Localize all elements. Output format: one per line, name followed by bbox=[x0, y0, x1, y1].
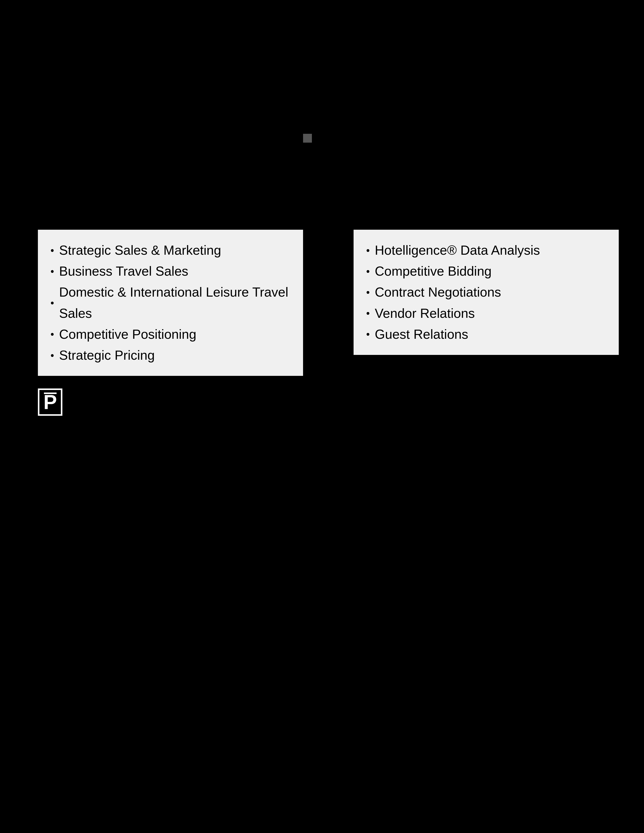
middle-section: Strategic Sales & Marketing Business Tra… bbox=[0, 222, 644, 383]
left-skill-box: Strategic Sales & Marketing Business Tra… bbox=[38, 230, 303, 376]
bottom-section bbox=[0, 421, 644, 833]
list-item: Strategic Sales & Marketing bbox=[50, 240, 290, 261]
list-item: Hotelligence® Data Analysis bbox=[366, 240, 606, 261]
list-item: Strategic Pricing bbox=[50, 345, 290, 366]
page-container: Strategic Sales & Marketing Business Tra… bbox=[0, 0, 644, 833]
small-indicator bbox=[303, 134, 312, 143]
list-item: Domestic & International Leisure Travel … bbox=[50, 282, 290, 323]
list-item: Business Travel Sales bbox=[50, 261, 290, 282]
logo-section: P bbox=[0, 383, 644, 421]
left-skill-list: Strategic Sales & Marketing Business Tra… bbox=[50, 240, 290, 366]
right-skill-box: Hotelligence® Data Analysis Competitive … bbox=[354, 230, 619, 355]
top-section bbox=[0, 0, 644, 222]
list-item: Vendor Relations bbox=[366, 303, 606, 324]
logo-box: P bbox=[38, 389, 63, 416]
list-item: Guest Relations bbox=[366, 324, 606, 345]
list-item: Competitive Bidding bbox=[366, 261, 606, 282]
list-item: Competitive Positioning bbox=[50, 324, 290, 345]
right-skill-list: Hotelligence® Data Analysis Competitive … bbox=[366, 240, 606, 345]
list-item: Contract Negotiations bbox=[366, 282, 606, 303]
logo-letter: P bbox=[43, 392, 57, 412]
boxes-container: Strategic Sales & Marketing Business Tra… bbox=[0, 230, 644, 376]
logo-overline bbox=[44, 392, 56, 394]
